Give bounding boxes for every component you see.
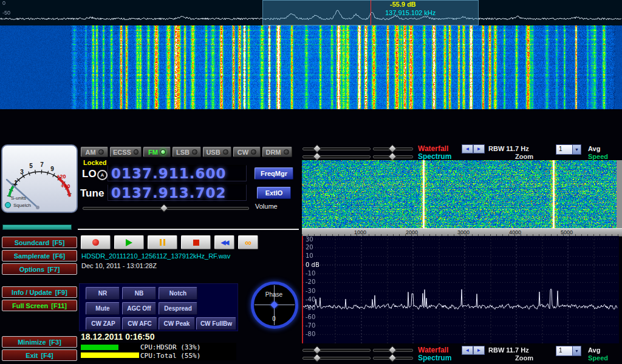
pause-icon xyxy=(160,239,162,246)
menu-hotkey: [F3] xyxy=(49,339,61,346)
cursor-db-readout: -55.9 dB xyxy=(390,1,416,8)
slider-thumb[interactable] xyxy=(388,354,397,362)
avg-speed-dropdown[interactable]: 1 ▼ xyxy=(556,346,581,356)
mode-label: USB xyxy=(206,149,220,156)
mode-button-lsb[interactable]: LSB xyxy=(173,147,201,157)
zoom-left-arrow[interactable]: ◄ xyxy=(462,346,473,355)
ruler-label: 5000 xyxy=(549,229,585,235)
minimize-button[interactable]: Minimize [F3] xyxy=(2,336,77,348)
despread-button[interactable]: Despread xyxy=(159,302,197,315)
volume-slider-thumb[interactable] xyxy=(160,204,168,212)
stop-button[interactable] xyxy=(181,235,211,249)
mode-led xyxy=(98,149,104,155)
cw-zap-button[interactable]: CW ZAP xyxy=(86,317,121,330)
rewind-button[interactable]: ◀◀ xyxy=(214,235,234,249)
squelch-knob[interactable] xyxy=(5,203,11,208)
audio-waterfall[interactable] xyxy=(302,160,617,228)
slider-thumb[interactable] xyxy=(313,354,321,362)
agc-button[interactable]: AGC Off xyxy=(122,302,156,315)
lo-frequency-display[interactable]: 0137.911.600 xyxy=(108,165,247,181)
nb-button[interactable]: NB xyxy=(122,287,156,300)
zoom-left-arrow[interactable]: ◄ xyxy=(462,144,473,153)
lo-a-badge[interactable]: A xyxy=(97,170,108,180)
display-controls-bottom: Waterfall ◄ ► RBW 11.7 Hz 1 ▼ Avg Spectr… xyxy=(301,346,622,362)
phase-label: Phase xyxy=(249,291,299,298)
contrast-slider[interactable] xyxy=(373,349,413,352)
audio-spectrum-trace[interactable] xyxy=(303,236,618,343)
mute-button[interactable]: Mute xyxy=(86,302,120,315)
mode-led xyxy=(284,149,289,155)
freqmgr-button[interactable]: FreqMgr xyxy=(255,167,293,180)
brightness-slider-2[interactable] xyxy=(302,357,371,360)
fullscreen-button[interactable]: Full Screen [F11] xyxy=(2,300,77,311)
mode-button-drm[interactable]: DRM xyxy=(262,147,292,157)
contrast-slider[interactable] xyxy=(373,147,413,150)
mode-label: LSB xyxy=(176,149,190,156)
tune-cursor-line[interactable] xyxy=(371,0,371,25)
chevron-down-icon[interactable]: ▼ xyxy=(572,145,581,154)
info-update-button[interactable]: Info / Update [F9] xyxy=(2,286,77,298)
mode-button-usb[interactable]: USB xyxy=(203,147,231,157)
options-button[interactable]: Options [F7] xyxy=(2,263,77,275)
mode-button-fm[interactable]: FM xyxy=(143,147,171,157)
tune-label: Tune xyxy=(80,187,104,200)
meter-tick-7: 7 xyxy=(40,161,44,168)
cw-afc-button[interactable]: CW AFC xyxy=(122,317,157,330)
waterfall-label[interactable]: Waterfall xyxy=(418,346,448,354)
nr-button[interactable]: NR xyxy=(86,287,120,300)
separator-line xyxy=(78,229,299,230)
soundcard-button[interactable]: Soundcard [F5] xyxy=(2,237,77,248)
volume-label: Volume xyxy=(255,203,278,210)
spectrum-label[interactable]: Spectrum xyxy=(418,152,451,161)
db-tick: 10 xyxy=(306,252,313,259)
loop-button[interactable]: ∞ xyxy=(238,235,258,249)
audio-frequency-ruler[interactable]: 1000 2000 3000 4000 5000 xyxy=(302,228,622,237)
zoom-right-arrow[interactable]: ► xyxy=(473,144,485,153)
mode-button-cw[interactable]: CW xyxy=(233,147,261,157)
slider-thumb[interactable] xyxy=(388,152,397,161)
dropdown-value: 1 xyxy=(556,346,572,356)
play-button[interactable] xyxy=(114,235,144,249)
s-units-label: S-units xyxy=(11,195,26,201)
chevron-down-icon[interactable]: ▼ xyxy=(572,346,581,356)
brightness-slider[interactable] xyxy=(302,349,371,352)
dropdown-value: 1 xyxy=(556,145,572,154)
menu-hotkey: [F9] xyxy=(55,289,67,296)
contrast-slider-2[interactable] xyxy=(373,357,413,360)
notch-button[interactable]: Notch xyxy=(159,287,197,300)
cw-peak-button[interactable]: CW Peak xyxy=(159,317,195,330)
cw-fullbw-button[interactable]: CW FullBw xyxy=(196,317,236,330)
exit-button[interactable]: Exit [F4] xyxy=(2,349,77,361)
squelch-level-bar[interactable] xyxy=(2,224,72,230)
record-icon xyxy=(92,239,99,246)
phase-scope[interactable]: Phase 0 xyxy=(249,280,299,332)
rf-spectrum-strip[interactable]: 0 -50 -55.9 dB 137.915.102 kHz xyxy=(0,0,622,25)
extio-button[interactable]: ExtIO xyxy=(257,187,291,199)
recording-filename: HDSDR_20111210_125611Z_137912kHz_RF.wav xyxy=(81,252,230,260)
db-tick: 30 xyxy=(306,236,313,243)
tune-frequency-display[interactable]: 0137.913.702 xyxy=(108,184,247,201)
brightness-slider[interactable] xyxy=(302,147,371,150)
zoom-right-arrow[interactable]: ► xyxy=(473,346,485,355)
audio-spectrum[interactable]: 30 20 10 0 dB -10 -20 -30 -40 -50 -60 -7… xyxy=(302,236,619,343)
slider-thumb[interactable] xyxy=(313,152,321,161)
mode-button-am[interactable]: AM xyxy=(81,147,108,157)
samplerate-button[interactable]: Samplerate [F6] xyxy=(2,250,77,261)
brightness-slider-2[interactable] xyxy=(302,155,371,158)
mode-button-ecss[interactable]: ECSS xyxy=(110,147,142,157)
waterfall-label[interactable]: Waterfall xyxy=(418,144,448,153)
volume-slider[interactable] xyxy=(83,207,249,210)
cursor-frequency-readout: 137.915.102 kHz xyxy=(385,9,436,16)
db-tick: -70 xyxy=(306,322,315,329)
display-controls-top: Waterfall ◄ ► RBW 11.7 Hz 1 ▼ Avg Spectr… xyxy=(301,144,622,160)
contrast-slider-2[interactable] xyxy=(373,155,413,158)
db-tick: -60 xyxy=(306,314,315,320)
menu-label: Soundcard xyxy=(15,239,49,246)
avg-speed-dropdown[interactable]: 1 ▼ xyxy=(556,144,581,155)
spectrum-label[interactable]: Spectrum xyxy=(418,354,451,362)
record-button[interactable] xyxy=(81,235,111,249)
db-tick: -30 xyxy=(306,288,315,294)
db-tick: -80 xyxy=(306,331,315,337)
zoom-label: Zoom xyxy=(515,354,533,362)
pause-button[interactable] xyxy=(148,235,177,249)
